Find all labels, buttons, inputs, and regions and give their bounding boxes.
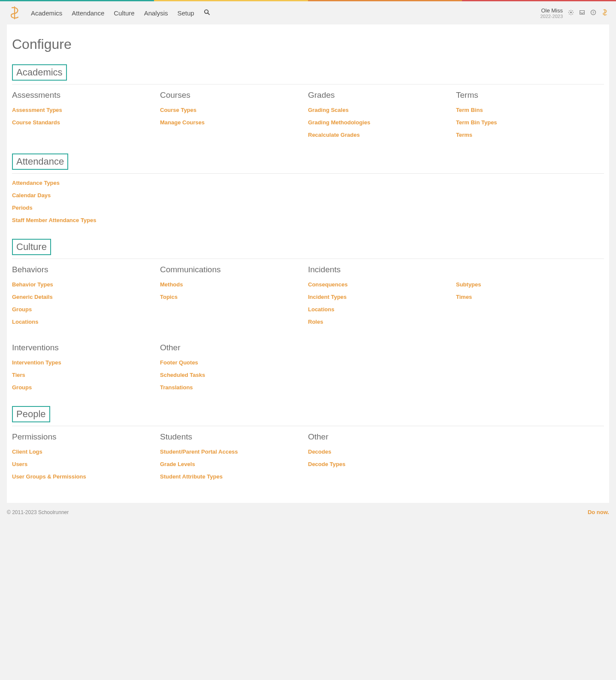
nav-attendance[interactable]: Attendance	[72, 9, 104, 17]
subhead-courses: Courses	[160, 90, 299, 100]
link-decodes[interactable]: Decodes	[308, 448, 447, 455]
search-icon[interactable]	[204, 9, 210, 17]
svg-point-2	[570, 12, 572, 13]
link-grading-methodologies[interactable]: Grading Methodologies	[308, 119, 447, 126]
link-assessment-types[interactable]: Assessment Types	[12, 107, 151, 113]
link-behavior-types[interactable]: Behavior Types	[12, 281, 151, 288]
link-footer-quotes[interactable]: Footer Quotes	[160, 359, 299, 366]
subhead-assessments: Assessments	[12, 90, 151, 100]
link-course-types[interactable]: Course Types	[160, 107, 299, 113]
link-methods[interactable]: Methods	[160, 281, 299, 288]
link-generic-details[interactable]: Generic Details	[12, 294, 151, 300]
divider	[12, 84, 604, 84]
schoolrunner-logo-icon[interactable]	[8, 6, 21, 20]
link-roles[interactable]: Roles	[308, 319, 447, 325]
link-user-groups-permissions[interactable]: User Groups & Permissions	[12, 473, 151, 480]
link-student-parent-portal[interactable]: Student/Parent Portal Access	[160, 448, 299, 455]
section-attendance-header: Attendance	[12, 153, 68, 170]
section-academics-header: Academics	[12, 64, 67, 81]
subhead-interventions: Interventions	[12, 343, 151, 352]
link-client-logs[interactable]: Client Logs	[12, 448, 151, 455]
subhead-permissions: Permissions	[12, 432, 151, 442]
schoolrunner-small-icon[interactable]	[601, 9, 608, 18]
link-behavior-locations[interactable]: Locations	[12, 319, 151, 325]
subhead-culture-other: Other	[160, 343, 299, 352]
subhead-people-other: Other	[308, 432, 447, 442]
link-subtypes[interactable]: Subtypes	[456, 281, 595, 288]
subhead-grades: Grades	[308, 90, 447, 100]
user-year: 2022-2023	[540, 14, 563, 19]
nav-links: Academics Attendance Culture Analysis Se…	[31, 9, 194, 17]
link-intervention-types[interactable]: Intervention Types	[12, 359, 151, 366]
link-periods[interactable]: Periods	[12, 205, 595, 211]
link-tiers[interactable]: Tiers	[12, 372, 151, 378]
page-content: Configure Academics Assessments Assessme…	[7, 24, 609, 503]
link-staff-attendance-types[interactable]: Staff Member Attendance Types	[12, 217, 595, 223]
subhead-incidents: Incidents	[308, 265, 447, 274]
help-icon[interactable]: ?	[590, 9, 596, 17]
link-attendance-types[interactable]: Attendance Types	[12, 180, 595, 186]
subhead-incidents-blank	[456, 265, 595, 274]
do-now-link[interactable]: Do now.	[588, 509, 609, 515]
link-grade-levels[interactable]: Grade Levels	[160, 461, 299, 467]
divider	[12, 426, 604, 426]
link-manage-courses[interactable]: Manage Courses	[160, 119, 299, 126]
top-nav: Academics Attendance Culture Analysis Se…	[0, 1, 616, 24]
link-incident-locations[interactable]: Locations	[308, 306, 447, 313]
link-incident-types[interactable]: Incident Types	[308, 294, 447, 300]
link-term-bin-types[interactable]: Term Bin Types	[456, 119, 595, 126]
subhead-students: Students	[160, 432, 299, 442]
link-decode-types[interactable]: Decode Types	[308, 461, 447, 467]
user-block: Ole Miss 2022-2023 ?	[540, 7, 608, 19]
footer: © 2011-2023 Schoolrunner Do now.	[0, 503, 616, 521]
link-topics[interactable]: Topics	[160, 294, 299, 300]
subhead-communications: Communications	[160, 265, 299, 274]
page-title: Configure	[12, 36, 604, 52]
section-culture-header: Culture	[12, 239, 51, 255]
svg-line-1	[208, 13, 209, 15]
link-terms[interactable]: Terms	[456, 132, 595, 138]
section-people-header: People	[12, 406, 50, 422]
footer-copyright: © 2011-2023 Schoolrunner	[7, 509, 69, 515]
link-calendar-days[interactable]: Calendar Days	[12, 192, 595, 199]
nav-analysis[interactable]: Analysis	[144, 9, 168, 17]
nav-setup[interactable]: Setup	[177, 9, 194, 17]
top-color-bar	[0, 0, 616, 1]
user-name: Ole Miss	[540, 7, 563, 14]
svg-text:?: ?	[592, 11, 595, 15]
link-recalculate-grades[interactable]: Recalculate Grades	[308, 132, 447, 138]
divider	[12, 173, 604, 174]
subhead-terms: Terms	[456, 90, 595, 100]
subhead-behaviors: Behaviors	[12, 265, 151, 274]
nav-academics[interactable]: Academics	[31, 9, 62, 17]
link-users[interactable]: Users	[12, 461, 151, 467]
inbox-icon[interactable]	[579, 9, 585, 17]
link-term-bins[interactable]: Term Bins	[456, 107, 595, 113]
link-consequences[interactable]: Consequences	[308, 281, 447, 288]
link-intervention-groups[interactable]: Groups	[12, 384, 151, 391]
link-grading-scales[interactable]: Grading Scales	[308, 107, 447, 113]
link-behavior-groups[interactable]: Groups	[12, 306, 151, 313]
link-student-attribute-types[interactable]: Student Attribute Types	[160, 473, 299, 480]
nav-culture[interactable]: Culture	[114, 9, 134, 17]
link-scheduled-tasks[interactable]: Scheduled Tasks	[160, 372, 299, 378]
link-times[interactable]: Times	[456, 294, 595, 300]
divider	[12, 259, 604, 259]
link-course-standards[interactable]: Course Standards	[12, 119, 151, 126]
link-translations[interactable]: Translations	[160, 384, 299, 391]
gear-icon[interactable]	[568, 9, 574, 17]
